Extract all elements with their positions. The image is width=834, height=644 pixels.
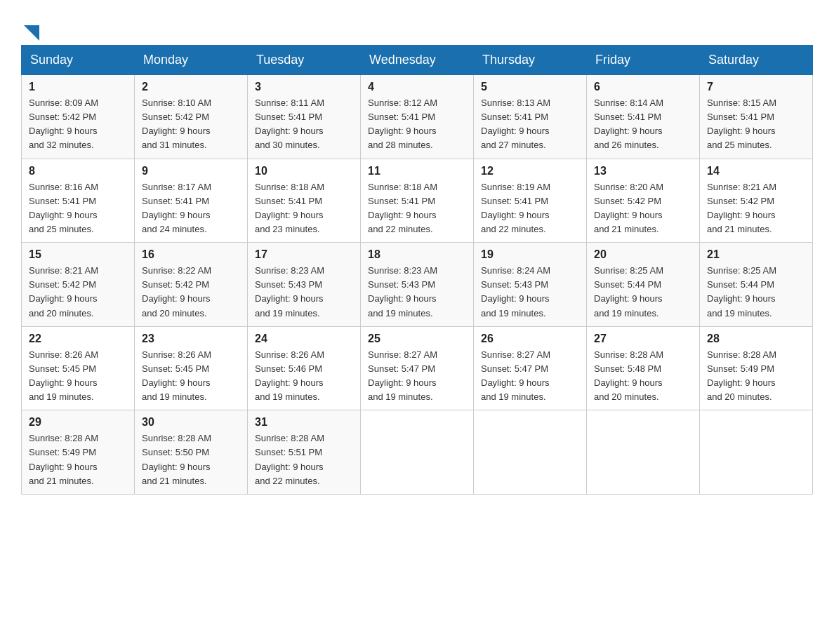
day-info: Sunrise: 8:23 AMSunset: 5:43 PMDaylight:… xyxy=(255,264,353,321)
day-info: Sunrise: 8:11 AMSunset: 5:41 PMDaylight:… xyxy=(255,96,353,153)
table-row: 23Sunrise: 8:26 AMSunset: 5:45 PMDayligh… xyxy=(135,326,248,410)
table-row: 19Sunrise: 8:24 AMSunset: 5:43 PMDayligh… xyxy=(474,243,587,327)
day-info: Sunrise: 8:28 AMSunset: 5:49 PMDaylight:… xyxy=(707,348,805,405)
day-number: 6 xyxy=(594,81,692,93)
day-number: 24 xyxy=(255,333,353,345)
table-row: 7Sunrise: 8:15 AMSunset: 5:41 PMDaylight… xyxy=(700,75,813,159)
day-number: 31 xyxy=(255,416,353,429)
day-number: 12 xyxy=(481,165,579,177)
day-info: Sunrise: 8:28 AMSunset: 5:48 PMDaylight:… xyxy=(594,348,692,405)
day-number: 11 xyxy=(368,165,466,177)
header-thursday: Thursday xyxy=(474,46,587,75)
svg-marker-0 xyxy=(24,25,39,41)
day-number: 17 xyxy=(255,248,353,261)
day-number: 7 xyxy=(707,81,805,93)
day-info: Sunrise: 8:10 AMSunset: 5:42 PMDaylight:… xyxy=(142,96,240,153)
calendar-header-row: Sunday Monday Tuesday Wednesday Thursday… xyxy=(22,46,813,75)
day-number: 5 xyxy=(481,81,579,93)
day-info: Sunrise: 8:19 AMSunset: 5:41 PMDaylight:… xyxy=(481,180,579,237)
page-header xyxy=(21,14,813,38)
table-row: 18Sunrise: 8:23 AMSunset: 5:43 PMDayligh… xyxy=(361,243,474,327)
day-info: Sunrise: 8:18 AMSunset: 5:41 PMDaylight:… xyxy=(368,180,466,237)
day-number: 21 xyxy=(707,248,805,261)
table-row: 17Sunrise: 8:23 AMSunset: 5:43 PMDayligh… xyxy=(248,243,361,327)
day-info: Sunrise: 8:27 AMSunset: 5:47 PMDaylight:… xyxy=(368,348,466,405)
logo-triangle-icon xyxy=(24,25,39,41)
day-info: Sunrise: 8:24 AMSunset: 5:43 PMDaylight:… xyxy=(481,264,579,321)
table-row: 9Sunrise: 8:17 AMSunset: 5:41 PMDaylight… xyxy=(135,159,248,243)
day-info: Sunrise: 8:26 AMSunset: 5:45 PMDaylight:… xyxy=(29,348,127,405)
table-row: 25Sunrise: 8:27 AMSunset: 5:47 PMDayligh… xyxy=(361,326,474,410)
day-number: 26 xyxy=(481,333,579,345)
day-number: 18 xyxy=(368,248,466,261)
table-row xyxy=(361,410,474,495)
day-number: 10 xyxy=(255,165,353,177)
day-number: 15 xyxy=(29,248,127,261)
header-saturday: Saturday xyxy=(700,46,813,75)
table-row: 26Sunrise: 8:27 AMSunset: 5:47 PMDayligh… xyxy=(474,326,587,410)
day-info: Sunrise: 8:25 AMSunset: 5:44 PMDaylight:… xyxy=(594,264,692,321)
table-row: 13Sunrise: 8:20 AMSunset: 5:42 PMDayligh… xyxy=(587,159,700,243)
day-info: Sunrise: 8:28 AMSunset: 5:51 PMDaylight:… xyxy=(255,431,353,488)
day-number: 4 xyxy=(368,81,466,93)
day-info: Sunrise: 8:14 AMSunset: 5:41 PMDaylight:… xyxy=(594,96,692,153)
day-number: 19 xyxy=(481,248,579,261)
day-info: Sunrise: 8:23 AMSunset: 5:43 PMDaylight:… xyxy=(368,264,466,321)
table-row: 29Sunrise: 8:28 AMSunset: 5:49 PMDayligh… xyxy=(22,410,135,495)
day-info: Sunrise: 8:28 AMSunset: 5:49 PMDaylight:… xyxy=(29,431,127,488)
table-row: 28Sunrise: 8:28 AMSunset: 5:49 PMDayligh… xyxy=(700,326,813,410)
header-wednesday: Wednesday xyxy=(361,46,474,75)
day-number: 29 xyxy=(29,416,127,429)
table-row xyxy=(474,410,587,495)
day-info: Sunrise: 8:21 AMSunset: 5:42 PMDaylight:… xyxy=(707,180,805,237)
calendar-week-row: 22Sunrise: 8:26 AMSunset: 5:45 PMDayligh… xyxy=(22,326,813,410)
header-sunday: Sunday xyxy=(22,46,135,75)
day-info: Sunrise: 8:13 AMSunset: 5:41 PMDaylight:… xyxy=(481,96,579,153)
table-row: 20Sunrise: 8:25 AMSunset: 5:44 PMDayligh… xyxy=(587,243,700,327)
day-number: 23 xyxy=(142,333,240,345)
day-info: Sunrise: 8:16 AMSunset: 5:41 PMDaylight:… xyxy=(29,180,127,237)
table-row: 30Sunrise: 8:28 AMSunset: 5:50 PMDayligh… xyxy=(135,410,248,495)
table-row: 27Sunrise: 8:28 AMSunset: 5:48 PMDayligh… xyxy=(587,326,700,410)
day-number: 1 xyxy=(29,81,127,93)
day-number: 8 xyxy=(29,165,127,177)
day-number: 25 xyxy=(368,333,466,345)
day-number: 22 xyxy=(29,333,127,345)
day-number: 2 xyxy=(142,81,240,93)
day-number: 27 xyxy=(594,333,692,345)
table-row: 12Sunrise: 8:19 AMSunset: 5:41 PMDayligh… xyxy=(474,159,587,243)
table-row xyxy=(700,410,813,495)
table-row: 31Sunrise: 8:28 AMSunset: 5:51 PMDayligh… xyxy=(248,410,361,495)
table-row: 5Sunrise: 8:13 AMSunset: 5:41 PMDaylight… xyxy=(474,75,587,159)
day-number: 30 xyxy=(142,416,240,429)
day-number: 3 xyxy=(255,81,353,93)
day-info: Sunrise: 8:25 AMSunset: 5:44 PMDaylight:… xyxy=(707,264,805,321)
day-info: Sunrise: 8:15 AMSunset: 5:41 PMDaylight:… xyxy=(707,96,805,153)
table-row: 6Sunrise: 8:14 AMSunset: 5:41 PMDaylight… xyxy=(587,75,700,159)
day-info: Sunrise: 8:28 AMSunset: 5:50 PMDaylight:… xyxy=(142,431,240,488)
table-row: 2Sunrise: 8:10 AMSunset: 5:42 PMDaylight… xyxy=(135,75,248,159)
table-row: 22Sunrise: 8:26 AMSunset: 5:45 PMDayligh… xyxy=(22,326,135,410)
table-row xyxy=(587,410,700,495)
header-friday: Friday xyxy=(587,46,700,75)
table-row: 14Sunrise: 8:21 AMSunset: 5:42 PMDayligh… xyxy=(700,159,813,243)
day-info: Sunrise: 8:18 AMSunset: 5:41 PMDaylight:… xyxy=(255,180,353,237)
day-info: Sunrise: 8:26 AMSunset: 5:46 PMDaylight:… xyxy=(255,348,353,405)
table-row: 15Sunrise: 8:21 AMSunset: 5:42 PMDayligh… xyxy=(22,243,135,327)
table-row: 21Sunrise: 8:25 AMSunset: 5:44 PMDayligh… xyxy=(700,243,813,327)
calendar-week-row: 1Sunrise: 8:09 AMSunset: 5:42 PMDaylight… xyxy=(22,75,813,159)
day-info: Sunrise: 8:26 AMSunset: 5:45 PMDaylight:… xyxy=(142,348,240,405)
table-row: 11Sunrise: 8:18 AMSunset: 5:41 PMDayligh… xyxy=(361,159,474,243)
table-row: 8Sunrise: 8:16 AMSunset: 5:41 PMDaylight… xyxy=(22,159,135,243)
day-number: 14 xyxy=(707,165,805,177)
day-number: 28 xyxy=(707,333,805,345)
calendar-week-row: 29Sunrise: 8:28 AMSunset: 5:49 PMDayligh… xyxy=(22,410,813,495)
day-info: Sunrise: 8:20 AMSunset: 5:42 PMDaylight:… xyxy=(594,180,692,237)
day-info: Sunrise: 8:17 AMSunset: 5:41 PMDaylight:… xyxy=(142,180,240,237)
logo xyxy=(21,21,39,38)
table-row: 16Sunrise: 8:22 AMSunset: 5:42 PMDayligh… xyxy=(135,243,248,327)
header-tuesday: Tuesday xyxy=(248,46,361,75)
header-monday: Monday xyxy=(135,46,248,75)
day-info: Sunrise: 8:09 AMSunset: 5:42 PMDaylight:… xyxy=(29,96,127,153)
calendar-table: Sunday Monday Tuesday Wednesday Thursday… xyxy=(21,45,813,495)
